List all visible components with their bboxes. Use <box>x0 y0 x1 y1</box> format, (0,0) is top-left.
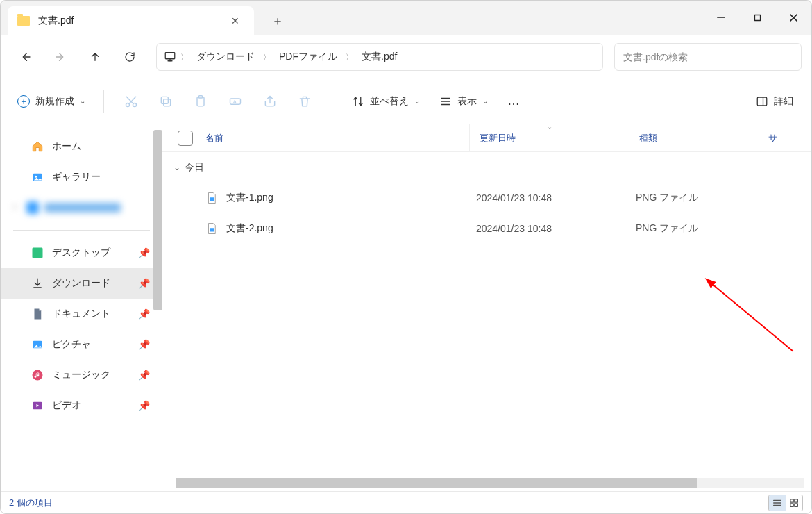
sidebar-item-gallery[interactable]: ギャラリー <box>1 162 162 192</box>
column-date[interactable]: ⌄ 更新日時 <box>469 124 629 151</box>
folder-icon <box>17 16 30 26</box>
picture-icon <box>31 338 44 351</box>
path-seg-pdffiles[interactable]: PDFファイル <box>275 48 341 66</box>
file-type: PNG ファイル <box>636 192 768 204</box>
chevron-right-icon: 〉 <box>179 52 189 63</box>
paste-icon[interactable] <box>183 88 218 115</box>
body: ホーム ギャラリー デスクトップ 📌 ダウンロード 📌 <box>1 124 811 491</box>
details-view-button[interactable] <box>769 495 786 511</box>
new-label: 新規作成 <box>35 95 74 108</box>
rename-icon[interactable]: A <box>218 88 253 115</box>
file-row[interactable]: 文書-2.png 2024/01/23 10:48 PNG ファイル <box>162 213 811 244</box>
plus-circle-icon: ＋ <box>17 95 30 108</box>
sidebar-label: ホーム <box>52 140 81 153</box>
more-button[interactable]: … <box>500 88 528 115</box>
sidebar-item-home[interactable]: ホーム <box>1 131 162 162</box>
view-button[interactable]: 表示 ⌄ <box>432 88 495 115</box>
svg-rect-31 <box>790 499 793 501</box>
maximize-button[interactable] <box>739 1 775 34</box>
svg-rect-9 <box>164 99 171 106</box>
search-input[interactable] <box>623 51 793 63</box>
share-icon[interactable] <box>253 88 287 115</box>
cut-icon[interactable] <box>114 88 149 115</box>
tiles-view-button[interactable] <box>786 495 802 511</box>
file-date: 2024/01/23 10:48 <box>476 223 636 234</box>
status-bar: 2 個の項目 <box>1 491 811 513</box>
sidebar-item-documents[interactable]: ドキュメント 📌 <box>1 299 162 329</box>
sidebar-label: ギャラリー <box>52 171 101 183</box>
png-file-icon <box>205 192 218 204</box>
svg-rect-34 <box>795 503 797 506</box>
svg-point-21 <box>35 176 37 178</box>
column-size[interactable]: サ <box>761 124 795 151</box>
file-name: 文書-1.png <box>226 192 476 204</box>
svg-rect-27 <box>210 228 214 231</box>
view-mode-toggle <box>768 495 803 511</box>
tab-title: 文書.pdf <box>38 15 226 27</box>
horizontal-scrollbar[interactable] <box>176 477 804 488</box>
up-button[interactable] <box>80 44 110 69</box>
sidebar-label: ミュージック <box>52 369 110 381</box>
column-type[interactable]: 種類 <box>629 124 761 151</box>
download-icon <box>31 277 44 290</box>
sidebar-label: ダウンロード <box>52 277 110 290</box>
forward-button[interactable] <box>45 44 76 69</box>
new-button[interactable]: ＋ 新規作成 ⌄ <box>9 88 94 115</box>
new-tab-button[interactable]: ＋ <box>265 8 290 33</box>
toolbar: ＋ 新規作成 ⌄ A 並べ替え ⌄ 表示 ⌄ … 詳細 <box>1 78 811 124</box>
path-seg-downloads[interactable]: ダウンロード <box>192 48 259 66</box>
search-box[interactable] <box>614 43 802 71</box>
sidebar-item-pictures[interactable]: ピクチャ 📌 <box>1 329 162 360</box>
window-tab[interactable]: 文書.pdf ✕ <box>8 6 254 35</box>
document-icon <box>31 308 44 320</box>
cloud-icon <box>26 201 39 214</box>
file-row[interactable]: 文書-1.png 2024/01/23 10:48 PNG ファイル <box>162 183 811 213</box>
path-seg-current[interactable]: 文書.pdf <box>357 48 401 66</box>
home-icon <box>31 140 44 153</box>
svg-rect-26 <box>210 197 214 201</box>
svg-rect-4 <box>165 52 175 58</box>
back-button[interactable] <box>10 44 41 69</box>
address-bar[interactable]: 〉 ダウンロード 〉 PDFファイル 〉 文書.pdf <box>156 43 603 71</box>
pin-icon: 📌 <box>138 400 150 411</box>
nav-row: 〉 ダウンロード 〉 PDFファイル 〉 文書.pdf <box>1 35 811 78</box>
tab-close-button[interactable]: ✕ <box>226 12 244 30</box>
svg-rect-1 <box>754 15 760 20</box>
sidebar-item-videos[interactable]: ビデオ 📌 <box>1 390 162 421</box>
video-icon <box>31 399 44 412</box>
file-type: PNG ファイル <box>636 222 768 235</box>
group-label: 今日 <box>185 161 204 174</box>
sidebar-label: ドキュメント <box>52 308 110 320</box>
select-all-checkbox[interactable] <box>178 131 193 146</box>
group-today[interactable]: ⌄ 今日 <box>162 152 811 183</box>
separator <box>103 90 104 113</box>
sidebar-item-music[interactable]: ミュージック 📌 <box>1 360 162 390</box>
sort-button[interactable]: 並べ替え ⌄ <box>345 88 427 115</box>
desktop-icon <box>31 247 44 259</box>
window-controls <box>703 1 811 34</box>
close-window-button[interactable] <box>775 1 811 34</box>
sidebar-label: ビデオ <box>52 399 81 412</box>
divider <box>13 230 150 231</box>
svg-rect-32 <box>795 499 797 501</box>
sidebar: ホーム ギャラリー デスクトップ 📌 ダウンロード 📌 <box>1 124 162 491</box>
copy-icon[interactable] <box>149 88 183 115</box>
svg-rect-33 <box>790 503 793 506</box>
sidebar-item-desktop[interactable]: デスクトップ 📌 <box>1 238 162 268</box>
delete-icon[interactable] <box>287 88 322 115</box>
sidebar-item-downloads[interactable]: ダウンロード 📌 <box>1 268 162 299</box>
sidebar-item-hidden[interactable] <box>1 192 162 223</box>
file-list: 名前 ⌄ 更新日時 種類 サ ⌄ 今日 文書-1.png 2024/01/23 … <box>162 124 811 491</box>
view-label: 表示 <box>457 95 477 108</box>
sidebar-scrollbar[interactable] <box>153 130 162 310</box>
column-name[interactable]: 名前 <box>205 132 469 144</box>
svg-rect-18 <box>757 97 767 106</box>
svg-rect-22 <box>33 248 43 258</box>
file-date: 2024/01/23 10:48 <box>476 192 636 204</box>
minimize-button[interactable] <box>703 1 739 34</box>
chevron-right-icon: 〉 <box>344 52 355 63</box>
png-file-icon <box>205 222 218 235</box>
refresh-button[interactable] <box>115 44 145 69</box>
sidebar-label: デスクトップ <box>52 247 110 259</box>
details-pane-button[interactable]: 詳細 <box>756 95 793 108</box>
